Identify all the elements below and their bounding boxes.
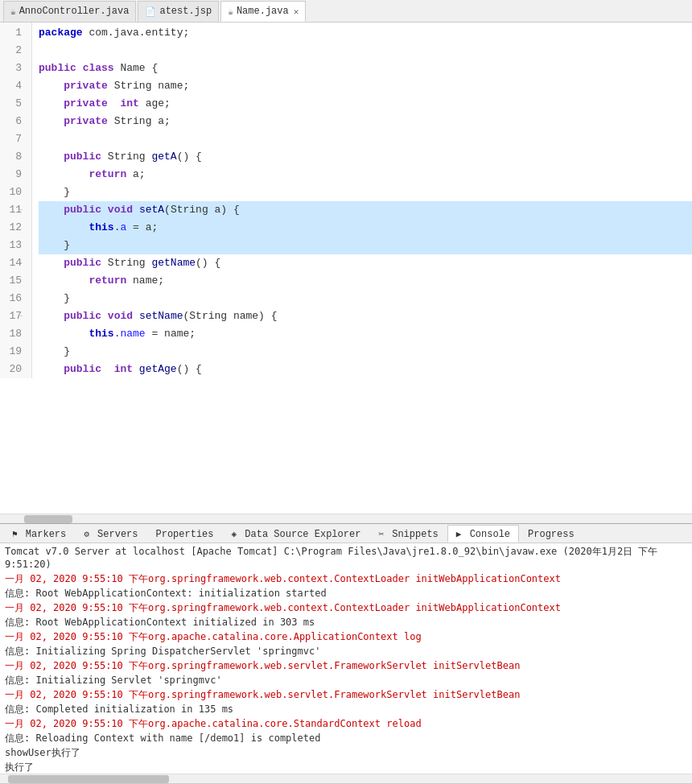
tab-anno-label: AnnoController.java [19, 6, 130, 17]
line-num-6: 6 [0, 113, 27, 130]
line-num-18: 18 [0, 325, 27, 343]
code-line-7 [39, 130, 692, 148]
line-num-1: 1 [0, 24, 27, 42]
code-line-3: public class Name { [39, 60, 692, 77]
code-line-9: return a; [39, 166, 692, 184]
panel-tab-properties[interactable]: Properties [147, 525, 223, 543]
tab-anno[interactable]: ☕ AnnoController.java [3, 1, 136, 22]
tab-atest[interactable]: 📄 atest.jsp [138, 1, 219, 22]
console-line-12: showUser执行了 [5, 745, 687, 760]
code-line-12: this.a = a; [39, 219, 692, 237]
code-line-14: public String getName() { [39, 254, 692, 272]
console-line-3: 信息: Root WebApplicationContext initializ… [5, 615, 687, 629]
console-area[interactable]: Tomcat v7.0 Server at localhost [Apache … [0, 543, 692, 774]
panel-tab-snippets-label: Snippets [392, 529, 439, 540]
tab-atest-icon: 📄 [145, 6, 156, 17]
line-num-15: 15 [0, 272, 27, 290]
panel-tab-markers[interactable]: ⚑ Markers [3, 525, 75, 543]
console-line-1: 信息: Root WebApplicationContext: initiali… [5, 586, 687, 600]
console-line-0: 一月 02, 2020 9:55:10 下午org.springframewor… [5, 571, 687, 586]
console-line-8: 一月 02, 2020 9:55:10 下午org.springframewor… [5, 687, 687, 702]
line-num-2: 2 [0, 42, 27, 60]
code-line-2 [39, 42, 692, 60]
code-line-5: private int age; [39, 95, 692, 113]
panel-tab-datasource[interactable]: ◈ Data Source Explorer [223, 525, 370, 543]
code-line-16: } [39, 290, 692, 307]
console-icon: ▶ [456, 530, 462, 539]
code-line-8: public String getA() { [39, 148, 692, 166]
panel-tab-bar: ⚑ Markers ⚙ Servers Properties ◈ Data So… [0, 524, 692, 543]
console-line-7: 信息: Initializing Servlet 'springmvc' [5, 673, 687, 687]
panel-tab-markers-label: Markers [26, 529, 66, 540]
line-num-9: 9 [0, 166, 27, 184]
code-line-6: private String a; [39, 113, 692, 130]
line-num-10: 10 [0, 184, 27, 201]
code-line-18: this.name = name; [39, 325, 692, 343]
console-line-6: 一月 02, 2020 9:55:10 下午org.springframewor… [5, 658, 687, 673]
console-line-11: 信息: Reloading Context with name [/demo1]… [5, 731, 687, 745]
tab-anno-icon: ☕ [10, 6, 16, 17]
bottom-panel: ⚑ Markers ⚙ Servers Properties ◈ Data So… [0, 523, 692, 783]
line-num-17: 17- [0, 307, 27, 325]
code-editor[interactable]: 1 2 3 4 5 6 7 8- 9 10 11- 12 13 14- 15 1… [0, 23, 692, 514]
datasource-icon: ◈ [232, 530, 237, 539]
code-line-4: private String name; [39, 77, 692, 95]
tab-name[interactable]: ☕ Name.java ✕ [220, 1, 306, 22]
line-num-20: 20- [0, 361, 27, 378]
panel-tab-datasource-label: Data Source Explorer [245, 529, 360, 540]
code-line-11: public void setA(String a) { [39, 201, 692, 219]
editor-scrollbar[interactable] [0, 514, 692, 523]
console-header: Tomcat v7.0 Server at localhost [Apache … [5, 545, 687, 570]
console-line-5: 信息: Initializing Spring DispatcherServle… [5, 644, 687, 658]
console-line-2: 一月 02, 2020 9:55:10 下午org.springframewor… [5, 600, 687, 615]
line-num-4: 4 [0, 77, 27, 95]
panel-tab-properties-label: Properties [156, 529, 214, 540]
tab-atest-label: atest.jsp [159, 6, 212, 17]
console-line-4: 一月 02, 2020 9:55:10 下午org.apache.catalin… [5, 629, 687, 644]
code-line-17: public void setName(String name) { [39, 307, 692, 325]
console-line-10: 一月 02, 2020 9:55:10 下午org.apache.catalin… [5, 716, 687, 731]
panel-tab-console[interactable]: ▶ Console [447, 525, 519, 543]
console-scrollbar[interactable] [0, 774, 692, 783]
line-num-19: 19 [0, 343, 27, 361]
panel-tab-snippets[interactable]: ✂ Snippets [369, 525, 447, 543]
line-numbers: 1 2 3 4 5 6 7 8- 9 10 11- 12 13 14- 15 1… [0, 23, 32, 378]
servers-icon: ⚙ [84, 530, 89, 539]
line-num-12: 12 [0, 219, 27, 237]
code-line-10: } [39, 184, 692, 201]
panel-tab-servers[interactable]: ⚙ Servers [75, 525, 146, 543]
code-line-13: } [39, 237, 692, 254]
panel-tab-progress[interactable]: Progress [519, 525, 583, 543]
line-num-8: 8- [0, 148, 27, 166]
tab-name-icon: ☕ [228, 6, 233, 17]
code-line-19: } [39, 343, 692, 361]
code-lines: package com.java.entity; public class Na… [32, 23, 692, 378]
console-line-9: 信息: Completed initialization in 135 ms [5, 702, 687, 716]
line-num-7: 7 [0, 130, 27, 148]
editor-scrollbar-thumb[interactable] [24, 515, 72, 523]
line-num-5: 5 [0, 95, 27, 113]
console-scrollbar-thumb[interactable] [8, 775, 169, 783]
line-num-14: 14- [0, 254, 27, 272]
code-line-20: public int getAge() { [39, 361, 692, 378]
line-num-13: 13 [0, 237, 27, 254]
tab-bar: ☕ AnnoController.java 📄 atest.jsp ☕ Name… [0, 0, 692, 23]
panel-tab-progress-label: Progress [528, 529, 575, 540]
panel-tab-console-label: Console [470, 529, 510, 540]
snippets-icon: ✂ [378, 530, 384, 539]
tab-name-close[interactable]: ✕ [294, 6, 299, 17]
panel-tab-servers-label: Servers [97, 529, 138, 540]
code-line-1: package com.java.entity; [39, 24, 692, 42]
line-num-3: 3 [0, 60, 27, 77]
code-line-15: return name; [39, 272, 692, 290]
markers-icon: ⚑ [12, 530, 18, 539]
line-num-11: 11- [0, 201, 27, 219]
tab-name-label: Name.java [237, 6, 289, 17]
line-num-16: 16 [0, 290, 27, 307]
console-line-13: 执行了 [5, 760, 687, 774]
